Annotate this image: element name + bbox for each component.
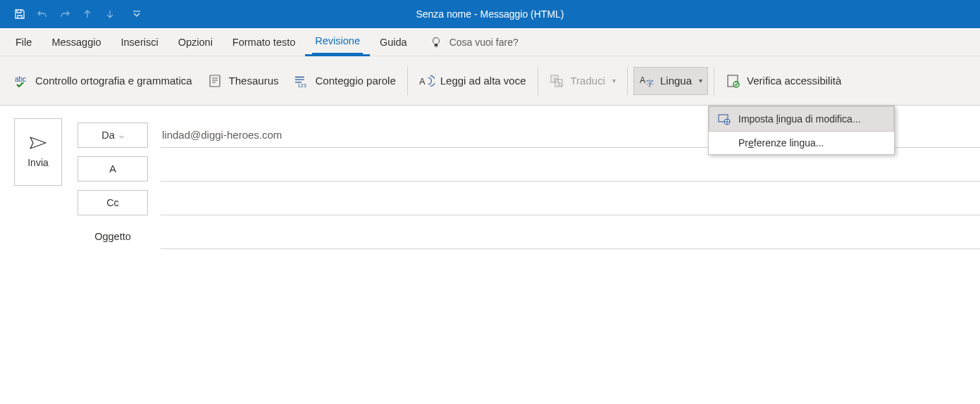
undo-icon[interactable] — [32, 4, 52, 24]
quick-access-toolbar — [10, 4, 147, 24]
language-icon: A字 — [639, 73, 655, 89]
menu-file[interactable]: File — [6, 28, 42, 56]
wordcount-label: Conteggio parole — [315, 75, 395, 87]
subject-field[interactable] — [161, 224, 980, 249]
up-arrow-icon[interactable] — [77, 4, 97, 24]
translate-button[interactable]: 文あ Traduci ▾ — [544, 67, 621, 95]
readaloud-icon: A — [419, 73, 435, 89]
title-bar: Senza nome - Messaggio (HTML) — [0, 0, 980, 28]
ribbon-separator — [538, 67, 538, 95]
send-label: Invia — [27, 157, 49, 168]
chevron-down-icon: ▾ — [699, 77, 702, 84]
subject-row: Oggetto — [77, 220, 980, 253]
ribbon-separator — [407, 67, 408, 95]
language-label: Lingua — [660, 75, 692, 87]
window-title: Senza nome - Messaggio (HTML) — [416, 8, 564, 20]
to-field[interactable] — [161, 156, 980, 182]
accessibility-button[interactable]: Verifica accessibilità — [720, 67, 847, 95]
subject-label: Oggetto — [77, 231, 148, 242]
language-dropdown: Imposta lingua di modifica... Preferenze… — [708, 106, 895, 155]
lightbulb-icon — [430, 36, 442, 49]
set-proofing-language-label: Imposta lingua di modifica... — [738, 113, 861, 125]
language-preferences-item[interactable]: Preferenze lingua... — [709, 132, 894, 154]
send-icon — [29, 136, 47, 150]
tell-me-placeholder: Cosa vuoi fare? — [449, 37, 519, 48]
menu-guida[interactable]: Guida — [370, 28, 417, 56]
cc-label: Cc — [106, 197, 119, 208]
thesaurus-icon — [208, 73, 223, 89]
to-row: A — [77, 152, 980, 186]
svg-text:abc: abc — [15, 75, 26, 83]
wordcount-button[interactable]: 123 Conteggio parole — [288, 67, 401, 95]
set-proofing-language-item[interactable]: Imposta lingua di modifica... — [709, 106, 894, 132]
svg-point-0 — [433, 37, 439, 44]
menu-bar: File Messaggio Inserisci Opzioni Formato… — [0, 28, 980, 56]
readaloud-label: Leggi ad alta voce — [440, 75, 526, 87]
menu-revisione[interactable]: Revisione — [305, 28, 370, 56]
spellcheck-button[interactable]: abc Controllo ortografia e grammatica — [8, 67, 198, 95]
svg-text:123: 123 — [298, 82, 306, 89]
spellcheck-icon: abc — [14, 73, 30, 89]
cc-field[interactable] — [161, 190, 980, 215]
from-label: Da — [101, 130, 115, 141]
from-button[interactable]: Da ⌵ — [77, 122, 148, 148]
to-label: A — [109, 163, 116, 175]
to-button[interactable]: A — [77, 156, 148, 182]
readaloud-button[interactable]: A Leggi ad alta voce — [414, 67, 532, 95]
ribbon-separator — [714, 67, 714, 95]
redo-icon[interactable] — [55, 4, 75, 24]
translate-icon: 文あ — [550, 73, 565, 89]
thesaurus-button[interactable]: Thesaurus — [202, 67, 285, 95]
svg-text:字: 字 — [646, 79, 654, 87]
spellcheck-label: Controllo ortografia e grammatica — [35, 75, 192, 87]
wordcount-icon: 123 — [294, 73, 309, 89]
accessibility-label: Verifica accessibilità — [747, 75, 841, 87]
tell-me-search[interactable]: Cosa vuoi fare? — [430, 36, 519, 49]
customize-qat-icon[interactable] — [127, 4, 147, 24]
language-button[interactable]: A字 Lingua ▾ — [633, 67, 708, 95]
save-icon[interactable] — [10, 4, 30, 24]
cc-button[interactable]: Cc — [77, 190, 148, 215]
ribbon: abc Controllo ortografia e grammatica Th… — [0, 56, 980, 106]
chevron-down-icon: ▾ — [612, 77, 616, 84]
thesaurus-label: Thesaurus — [229, 75, 279, 87]
send-button[interactable]: Invia — [14, 118, 62, 186]
menu-formato-testo[interactable]: Formato testo — [223, 28, 305, 56]
proofing-language-icon — [717, 112, 731, 126]
menu-inserisci[interactable]: Inserisci — [111, 28, 168, 56]
ribbon-separator — [627, 67, 628, 95]
cc-row: Cc — [77, 186, 980, 220]
svg-rect-2 — [210, 75, 220, 87]
svg-text:A: A — [419, 75, 426, 86]
svg-text:あ: あ — [557, 81, 562, 87]
language-preferences-label: Preferenze lingua... — [738, 137, 824, 149]
svg-text:文: 文 — [552, 77, 557, 82]
translate-label: Traduci — [571, 75, 605, 87]
menu-opzioni[interactable]: Opzioni — [168, 28, 223, 56]
menu-messaggio[interactable]: Messaggio — [42, 28, 111, 56]
down-arrow-icon[interactable] — [100, 4, 120, 24]
svg-text:A: A — [640, 75, 645, 85]
chevron-down-icon: ⌵ — [119, 131, 124, 140]
accessibility-icon — [726, 73, 741, 89]
